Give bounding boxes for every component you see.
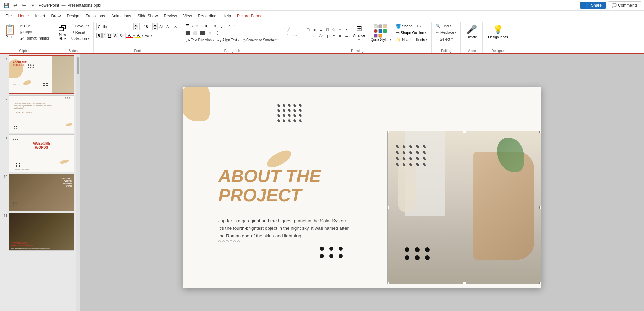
share-button[interactable]: 👤 Share — [580, 2, 606, 9]
slide-panel-scrollbar[interactable] — [76, 54, 80, 311]
new-slide-button[interactable]: 🗗 New Slide — [56, 23, 69, 41]
line-spacing-chevron[interactable]: ▾ — [233, 25, 235, 28]
slide-thumb-11[interactable]: 11 〰 A PICTURE ALWAYSREINFORCES THE CONC… — [1, 213, 74, 251]
slide-img-9[interactable]: AWESOMEWORDS Some — [9, 134, 74, 172]
shape-outline-button[interactable]: ▭ Shape Outline ▾ — [394, 30, 429, 36]
case-chevron[interactable]: ▾ — [151, 34, 152, 37]
bold-button[interactable]: B — [96, 33, 102, 38]
canvas-area[interactable]: ABOUT THE PROJECT Jupiter is a gas giant… — [80, 54, 644, 311]
comments-button[interactable]: 💬 Comments — [608, 1, 641, 9]
shape-effects-chevron[interactable]: ▾ — [426, 38, 427, 41]
arrange-chevron[interactable]: ▾ — [358, 38, 360, 41]
underline-button[interactable]: U — [107, 33, 112, 38]
scrollbar-thumb[interactable] — [77, 57, 79, 74]
font-name-down[interactable]: ▼ — [134, 27, 138, 30]
shape-double-arrow[interactable]: ↔ — [311, 33, 317, 39]
bullets-chevron[interactable]: ▾ — [192, 25, 193, 28]
shape-outline-chevron[interactable]: ▾ — [425, 31, 426, 34]
shape-callout[interactable]: ◻ — [324, 27, 330, 33]
select-button[interactable]: ⊹ Select ▾ — [434, 36, 454, 42]
handle-tl[interactable] — [387, 131, 389, 133]
shape-fill-button[interactable]: 🪣 Shape Fill ▾ — [394, 23, 429, 29]
highlight-chevron[interactable]: ▾ — [142, 34, 143, 37]
shape-line[interactable]: ╱ — [286, 27, 292, 33]
menu-file[interactable]: File — [3, 12, 15, 20]
replace-chevron[interactable]: ▾ — [455, 31, 456, 34]
shapes-more[interactable]: ▾ — [343, 27, 350, 33]
quick-styles-chevron[interactable]: ▾ — [390, 38, 391, 41]
slide-thumb-9[interactable]: 9 AWESOMEWORDS — [1, 134, 74, 172]
replace-button[interactable]: ↔ Replace ▾ — [434, 30, 458, 35]
reset-button[interactable]: ↺ Reset — [70, 29, 91, 35]
slide-thumb-8[interactable]: 8 "This is a quote, words full of wisdom… — [1, 95, 74, 133]
font-size-input[interactable] — [139, 23, 153, 30]
line-spacing-button[interactable]: ↕ — [226, 23, 233, 29]
text-direction-chevron[interactable]: ▾ — [213, 38, 214, 42]
shape-star[interactable]: ✦ — [331, 33, 337, 39]
text-direction-button[interactable]: ↕A Text Direction ▾ — [185, 37, 215, 43]
shape-cylinder[interactable]: ⊏ — [318, 27, 324, 33]
slide-title[interactable]: ABOUT THE PROJECT — [218, 166, 321, 205]
menu-help[interactable]: Help — [220, 12, 234, 20]
menu-view[interactable]: View — [181, 12, 195, 20]
clear-format-button[interactable]: ✕ — [173, 24, 179, 30]
justify2-button[interactable]: ⋮ — [214, 30, 221, 36]
paste-button[interactable]: 📋 Paste — [2, 23, 18, 40]
slide-img-10[interactable]: A PICTURE ISWORTH ATHOUSANDWORDS — [9, 174, 74, 211]
menu-transitions[interactable]: Transitions — [83, 12, 108, 20]
handle-ml[interactable] — [387, 206, 389, 209]
justify-button[interactable]: ≡ — [207, 30, 214, 36]
dictate-button[interactable]: 🎤 Dictate — [463, 23, 480, 41]
slide-image-selected[interactable]: ↻ — [387, 131, 541, 284]
font-size-up[interactable]: ▲ — [153, 23, 158, 27]
font-size-down[interactable]: ▼ — [153, 27, 158, 30]
shape-curve2[interactable]: 〰 — [292, 33, 298, 39]
handle-tr[interactable] — [539, 131, 541, 133]
menu-slideshow[interactable]: Slide Show — [135, 12, 160, 20]
shape-cloud[interactable]: ☁ — [343, 33, 350, 39]
menu-design[interactable]: Design — [64, 12, 82, 20]
shape-pentagon[interactable]: ⬠ — [318, 33, 324, 39]
shape-elbow2[interactable]: ¬ — [305, 33, 311, 39]
shape-star5[interactable]: ★ — [337, 33, 343, 39]
handle-mr[interactable] — [539, 206, 541, 209]
quick-styles-button[interactable]: Quick Styles ▾ — [368, 24, 393, 42]
save-button[interactable]: 💾 — [3, 2, 10, 9]
handle-bc[interactable] — [463, 282, 466, 284]
shape-effects-button[interactable]: ✨ Shape Effects ▾ — [394, 37, 429, 43]
menu-insert[interactable]: Insert — [32, 12, 48, 20]
numbering-button[interactable]: ≡ — [194, 23, 201, 29]
menu-recording[interactable]: Recording — [195, 12, 219, 20]
shadow-button[interactable]: S⁻ — [119, 33, 125, 39]
slide-img-7[interactable]: ABOUT THEPROJECT — [9, 55, 74, 94]
font-color-chevron[interactable]: ▾ — [133, 34, 135, 37]
increase-font-button[interactable]: A⁺ — [159, 24, 165, 30]
arrange-button[interactable]: ⊞ Arrange ▾ — [350, 23, 368, 43]
handle-tc[interactable] — [463, 131, 466, 133]
shape-fill-chevron[interactable]: ▾ — [420, 25, 421, 28]
format-painter-button[interactable]: 🖌 Format Painter — [19, 35, 51, 41]
slide-img-11[interactable]: 〰 A PICTURE ALWAYSREINFORCES THE CONCEPT… — [9, 213, 74, 251]
columns-button[interactable]: ⫿ — [218, 23, 225, 29]
select-chevron[interactable]: ▾ — [451, 37, 453, 41]
customize-qa-button[interactable]: ▾ — [29, 2, 37, 9]
menu-review[interactable]: Review — [161, 12, 180, 20]
decrease-font-button[interactable]: A⁻ — [166, 24, 172, 30]
copy-button[interactable]: ⎘ Copy — [19, 29, 51, 35]
handle-bl[interactable] — [387, 282, 389, 284]
shape-triangle[interactable]: △ — [337, 27, 343, 33]
shape-curve[interactable]: ⌒ — [286, 33, 292, 39]
section-button[interactable]: § Section ▾ — [70, 36, 91, 41]
shape-square[interactable]: ■ — [311, 27, 317, 33]
menu-animations[interactable]: Animations — [109, 12, 134, 20]
shape-rect[interactable]: □ — [299, 27, 305, 33]
shape-bracket[interactable]: { — [324, 33, 330, 39]
shape-rounded-rect[interactable]: ▢ — [305, 27, 311, 33]
font-color-button[interactable]: A — [126, 33, 133, 38]
shape-arrow[interactable]: → — [292, 27, 298, 33]
slide-thumb-10[interactable]: 10 A PICTURE ISWORTH ATHOUSANDWORDS — [1, 174, 74, 211]
menu-home[interactable]: Home — [15, 12, 31, 20]
decrease-indent-button[interactable]: ⇤ — [204, 23, 210, 29]
find-button[interactable]: 🔍 Find ▾ — [434, 23, 452, 29]
numbering-chevron[interactable]: ▾ — [201, 25, 203, 28]
